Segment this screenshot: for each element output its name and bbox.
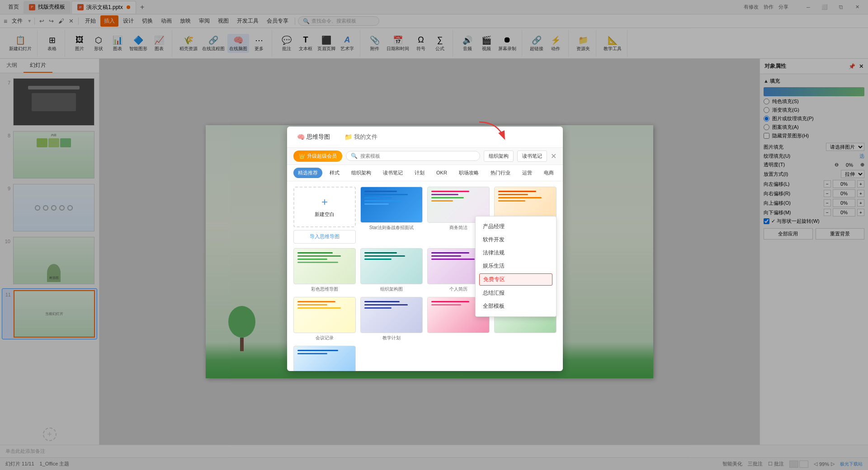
- cat-edu[interactable]: 教育教学: [561, 168, 563, 178]
- modal-categories: 精选推荐 样式 组织架构 读书笔记 计划 OKR 职场攻略 热门行业 运营 电商…: [287, 165, 563, 181]
- modal-header: 🧠 思维导图 📁 我的文件: [287, 127, 563, 148]
- book-notes-button[interactable]: 读书笔记: [517, 150, 547, 162]
- modal-close-button[interactable]: ✕: [551, 152, 557, 160]
- modal-search-input[interactable]: [360, 153, 475, 159]
- template-thumb-5: [360, 248, 423, 284]
- new-blank-item[interactable]: + 新建空白 导入思维导图: [293, 187, 356, 244]
- modal-overlay[interactable]: 🧠 思维导图 📁 我的文件 👑 升级超级会员 🔍 组织架构 读书笔记 ✕: [0, 0, 868, 470]
- cat-career[interactable]: 职场攻略: [454, 168, 483, 178]
- modal-tab-files[interactable]: 📁 我的文件: [341, 131, 381, 143]
- org-chart-button[interactable]: 组织架构: [484, 150, 514, 162]
- template-thumb-9: [360, 297, 423, 333]
- files-tab-icon: 📁: [344, 133, 352, 141]
- template-thumb-12: [293, 346, 356, 371]
- modal-toolbar: 👑 升级超级会员 🔍 组织架构 读书笔记 ✕: [287, 148, 563, 165]
- new-blank-label: 新建空白: [315, 211, 335, 218]
- modal-tab-mindmap[interactable]: 🧠 思维导图: [293, 131, 334, 143]
- upgrade-member-button[interactable]: 👑 升级超级会员: [293, 150, 342, 162]
- import-mindmap-card[interactable]: 导入思维导图: [293, 230, 356, 244]
- template-item-3[interactable]: 彩色思维导图: [293, 248, 356, 292]
- template-item-9[interactable]: 教学计划: [360, 297, 423, 341]
- template-thumb-3: [293, 248, 356, 284]
- dd-entertainment[interactable]: 娱乐生活: [476, 259, 556, 273]
- template-item-5[interactable]: 组织架构图: [360, 248, 423, 292]
- dd-free-zone[interactable]: 免费专区: [479, 273, 552, 286]
- crown-icon: 👑: [299, 153, 305, 159]
- template-item-1[interactable]: Star法则备战春招面试: [360, 187, 423, 244]
- dd-summary[interactable]: 总结汇报: [476, 287, 556, 300]
- dd-product-manager[interactable]: 产品经理: [476, 220, 556, 233]
- cat-plan[interactable]: 计划: [410, 168, 429, 178]
- dd-all-templates[interactable]: 全部模板: [476, 300, 556, 313]
- template-item-12[interactable]: [293, 346, 356, 371]
- cat-ops[interactable]: 运营: [518, 168, 537, 178]
- cat-featured[interactable]: 精选推荐: [293, 168, 322, 178]
- modal-search-box[interactable]: 🔍: [346, 151, 480, 161]
- dd-legal[interactable]: 法律法规: [476, 246, 556, 259]
- cat-ecommerce[interactable]: 电商: [539, 168, 558, 178]
- template-thumb-8: [293, 297, 356, 333]
- modal-search-icon: 🔍: [351, 153, 358, 159]
- cat-okr[interactable]: OKR: [432, 168, 452, 177]
- cat-org[interactable]: 组织架构: [347, 168, 376, 178]
- cat-style[interactable]: 样式: [325, 168, 344, 178]
- category-dropdown: 产品经理 软件开发 法律法规 娱乐生活 免费专区 总结汇报 全部模板: [475, 216, 557, 317]
- cat-book[interactable]: 读书笔记: [378, 168, 407, 178]
- new-plus-icon: +: [321, 196, 328, 208]
- new-blank-card[interactable]: + 新建空白: [293, 187, 356, 227]
- dd-software-dev[interactable]: 软件开发: [476, 233, 556, 246]
- mind-map-modal: 🧠 思维导图 📁 我的文件 👑 升级超级会员 🔍 组织架构 读书笔记 ✕: [287, 127, 563, 371]
- template-item-8[interactable]: 会议记录: [293, 297, 356, 341]
- cat-industry[interactable]: 热门行业: [486, 168, 515, 178]
- mindmap-tab-icon: 🧠: [297, 133, 305, 141]
- template-thumb-1: [360, 187, 423, 223]
